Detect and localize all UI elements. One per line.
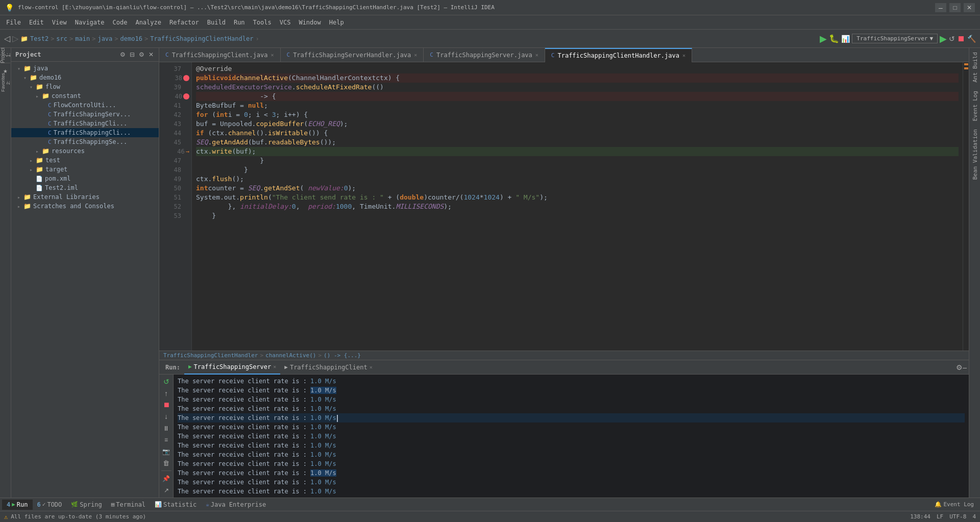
rerun-button[interactable]: ↺ [161, 377, 172, 387]
tree-item-demo16[interactable]: ▾ 📁 demo16 [11, 73, 159, 82]
menu-item-file[interactable]: File [2, 17, 25, 28]
status-encoding[interactable]: UTF-8 [949, 513, 966, 520]
menu-item-edit[interactable]: Edit [25, 17, 48, 28]
run-panel-toggle[interactable]: 2: Favorites [1, 78, 11, 88]
run-tab-client-close[interactable]: ✕ [370, 364, 373, 370]
run-config-run[interactable]: ▶ [940, 33, 947, 44]
breadcrumb-main[interactable]: main [75, 35, 90, 42]
run-tab-server[interactable]: ▶ TrafficShappingServer ✕ [184, 360, 280, 375]
run-config-build[interactable]: 🔨 [967, 35, 976, 43]
tree-item-java[interactable]: ▾ 📁 java [11, 64, 159, 73]
project-panel-toggle[interactable]: 1: Project [1, 50, 11, 60]
bottom-tab-run[interactable]: 4 ▶ Run [2, 500, 33, 510]
run-output[interactable]: The server receive client rate is : 1.0 … [174, 375, 969, 498]
tree-item-external-libs[interactable]: ▸ 📁 External Libraries [11, 192, 159, 202]
screenshot-button[interactable]: 📷 [161, 446, 172, 457]
debug-button[interactable]: 🐛 [829, 34, 839, 43]
breadcrumb-src[interactable]: src [56, 35, 67, 42]
tree-item-flowcontroluti[interactable]: ▸ C FlowControlUti... [11, 101, 159, 110]
iml-icon: 📄 [36, 185, 43, 191]
project-close-button[interactable]: ✕ [148, 50, 155, 59]
bottom-tab-todo[interactable]: 6 ✓ TODO [33, 500, 67, 510]
tab-trafficshappingclienthandler[interactable]: C TrafficShappingClientHandler.java ✕ [545, 48, 692, 62]
forward-button[interactable]: ▷ [12, 34, 18, 43]
bottom-tab-java-enterprise[interactable]: ☕ Java Enterprise [201, 500, 271, 510]
project-gear-button[interactable]: ⚙ [138, 50, 145, 59]
scroll-down-button[interactable]: ↓ [161, 411, 172, 421]
project-settings-button[interactable]: ⚙ [119, 50, 127, 59]
right-panel-ant[interactable]: Ant Build [969, 48, 980, 87]
run-controls: ↺ ↑ ⏹ ↓ ⏸ ≡ 📷 🗑 📌 ↗ [159, 375, 174, 498]
run-tab-client[interactable]: ▶ TrafficShappingClient ✕ [280, 360, 376, 375]
bottom-tab-spring[interactable]: 🌿 Spring [66, 500, 106, 510]
tab-close-tsch2[interactable]: ✕ [682, 53, 685, 58]
wrap-output-button[interactable]: ≡ [161, 435, 172, 445]
menu-item-refactor[interactable]: Refactor [165, 17, 203, 28]
tree-item-pomxml[interactable]: ▸ 📄 pom.xml [11, 174, 159, 183]
menu-item-run[interactable]: Run [230, 17, 249, 28]
menu-item-navigate[interactable]: Navigate [71, 17, 109, 28]
run-config-selector[interactable]: TrafficShappingServer ▼ [852, 34, 938, 43]
tree-item-trafficshapingserv[interactable]: ▸ C TrafficShapingServ... [11, 110, 159, 119]
tree-item-resources[interactable]: ▸ 📁 resources [11, 146, 159, 156]
menu-item-code[interactable]: Code [109, 17, 132, 28]
tree-label-flowcontroluti: FlowControlUti... [54, 102, 116, 109]
status-line-ending[interactable]: LF [937, 513, 943, 520]
tab-trafficshapingserverhandler[interactable]: C TrafficShapingServerHandler.java ✕ [281, 48, 424, 62]
breadcrumb-test2[interactable]: Test2 [30, 35, 48, 42]
tree-item-constant[interactable]: ▸ 📁 constant [11, 91, 159, 101]
tab-trafficshappingclient[interactable]: C TrafficShappingClient.java ✕ [159, 48, 281, 62]
maximize-button[interactable]: □ [949, 3, 961, 12]
breakpoint-40[interactable] [183, 93, 189, 100]
run-panel-minimize[interactable]: – [963, 363, 967, 371]
coverage-button[interactable]: 📊 [841, 35, 850, 43]
tree-item-trafficshappingse[interactable]: ▸ C TrafficShappingSe... [11, 137, 159, 146]
run-tab-server-close[interactable]: ✕ [273, 364, 276, 369]
menu-item-analyze[interactable]: Analyze [131, 17, 165, 28]
pin-run-button[interactable]: 📌 [161, 474, 172, 484]
right-panel-bean[interactable]: Bean Validation [969, 125, 980, 184]
tree-item-test[interactable]: ▸ 📁 test [11, 156, 159, 165]
code-content[interactable]: @Override public void channelActive(Chan… [192, 62, 963, 351]
tree-item-flow[interactable]: ▾ 📁 flow [11, 82, 159, 91]
breakpoint-38[interactable] [183, 75, 189, 81]
back-button[interactable]: ◁ [4, 34, 10, 43]
breadcrumb-demo16[interactable]: demo16 [120, 35, 142, 42]
tree-item-scratches[interactable]: ▸ 📁 Scratches and Consoles [11, 202, 159, 211]
gutter-area: 37 38 39 40 [159, 62, 192, 351]
tab-close-tss2[interactable]: ✕ [535, 52, 538, 58]
status-position[interactable]: 138:44 [910, 513, 930, 520]
tab-trafficshappingserver[interactable]: C TrafficShappingServer.java ✕ [424, 48, 545, 62]
close-button[interactable]: ✕ [964, 3, 975, 12]
tab-close-tssh[interactable]: ✕ [414, 52, 417, 58]
breadcrumb-handler[interactable]: TrafficShappingClientHandler [150, 35, 253, 42]
event-log-status[interactable]: 🔔 Event Log [930, 500, 978, 509]
minimize-button[interactable]: – [935, 3, 946, 12]
breadcrumb-java[interactable]: java [97, 35, 112, 42]
tree-item-trafficshapingcli[interactable]: ▸ C TrafficShapingCli... [11, 119, 159, 128]
tree-item-trafficshappingcli[interactable]: ▸ C TrafficShappingCli... [11, 128, 159, 137]
gutter-row-49: 49 [159, 175, 191, 184]
bottom-tab-statistic[interactable]: 📊 Statistic [150, 500, 201, 510]
menu-item-view[interactable]: View [48, 17, 71, 28]
tree-item-target[interactable]: ▸ 📁 target [11, 165, 159, 174]
run-panel-settings[interactable]: ⚙ [956, 363, 963, 371]
tree-item-test2iml[interactable]: ▸ 📄 Test2.iml [11, 183, 159, 192]
menu-item-window[interactable]: Window [295, 17, 325, 28]
menu-item-vcs[interactable]: VCS [276, 17, 295, 28]
clear-run-button[interactable]: 🗑 [161, 458, 172, 468]
pause-run-button[interactable]: ⏸ [161, 423, 172, 433]
run-button[interactable]: ▶ [820, 33, 827, 44]
stop-run-button[interactable]: ⏹ [161, 400, 172, 410]
project-layout-button[interactable]: ⊟ [129, 50, 136, 59]
tab-close-tsc[interactable]: ✕ [271, 52, 274, 58]
menu-item-tools[interactable]: Tools [249, 17, 276, 28]
right-panel-event-log[interactable]: Event Log [969, 87, 980, 126]
menu-item-help[interactable]: Help [325, 17, 348, 28]
external-run-button[interactable]: ↗ [161, 485, 172, 495]
menu-item-build[interactable]: Build [203, 17, 230, 28]
scroll-up-button[interactable]: ↑ [161, 388, 172, 399]
run-config-reload[interactable]: ↺ [949, 35, 955, 43]
run-config-stop[interactable]: ⏹ [957, 34, 965, 43]
bottom-tab-terminal[interactable]: ▤ Terminal [107, 500, 150, 510]
